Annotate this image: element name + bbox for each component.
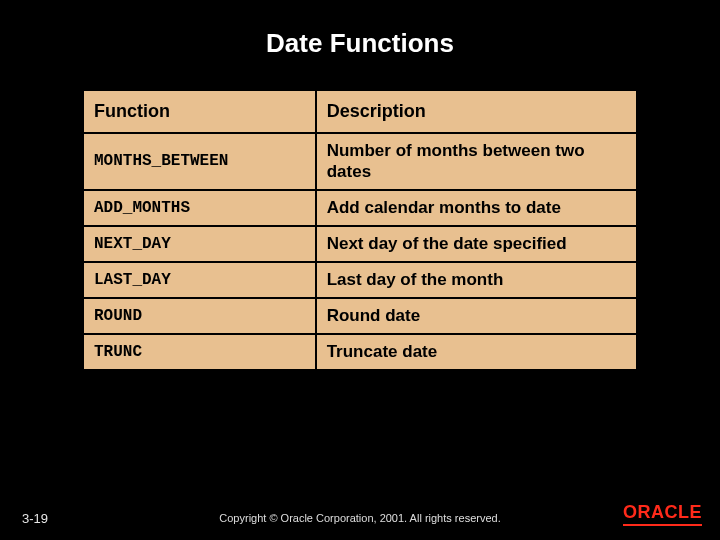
cell-function: ADD_MONTHS [83, 190, 316, 226]
cell-description: Add calendar months to date [316, 190, 637, 226]
oracle-logo: ORACLE [623, 502, 702, 526]
table-row: ADD_MONTHS Add calendar months to date [83, 190, 637, 226]
col-header-description: Description [316, 90, 637, 133]
cell-description: Number of months between two dates [316, 133, 637, 190]
cell-function: MONTHS_BETWEEN [83, 133, 316, 190]
oracle-logo-text: ORACLE [623, 502, 702, 523]
cell-description: Round date [316, 298, 637, 334]
table-row: LAST_DAY Last day of the month [83, 262, 637, 298]
oracle-logo-underline [623, 524, 702, 526]
cell-description: Truncate date [316, 334, 637, 370]
col-header-function: Function [83, 90, 316, 133]
cell-description: Last day of the month [316, 262, 637, 298]
cell-function: ROUND [83, 298, 316, 334]
functions-table: Function Description MONTHS_BETWEEN Numb… [82, 89, 638, 371]
cell-function: NEXT_DAY [83, 226, 316, 262]
table-header-row: Function Description [83, 90, 637, 133]
table-row: TRUNC Truncate date [83, 334, 637, 370]
functions-table-wrap: Function Description MONTHS_BETWEEN Numb… [82, 89, 638, 371]
slide-footer: 3-19 Copyright © Oracle Corporation, 200… [0, 502, 720, 526]
table-row: MONTHS_BETWEEN Number of months between … [83, 133, 637, 190]
table-row: NEXT_DAY Next day of the date specified [83, 226, 637, 262]
table-row: ROUND Round date [83, 298, 637, 334]
cell-function: LAST_DAY [83, 262, 316, 298]
slide: Date Functions Function Description MONT… [0, 0, 720, 540]
cell-description: Next day of the date specified [316, 226, 637, 262]
cell-function: TRUNC [83, 334, 316, 370]
copyright-text: Copyright © Oracle Corporation, 2001. Al… [0, 512, 720, 524]
slide-title: Date Functions [0, 0, 720, 77]
